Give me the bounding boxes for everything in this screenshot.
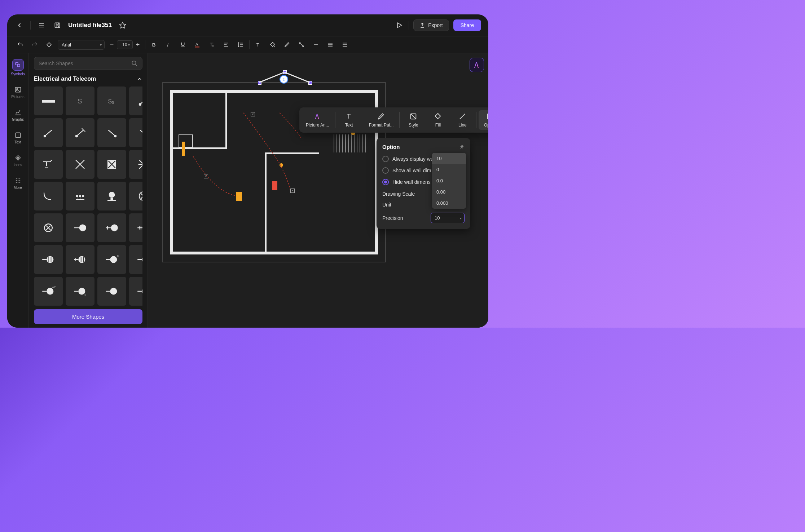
shape-s[interactable]: S xyxy=(66,87,94,115)
svg-point-15 xyxy=(16,178,17,179)
shape-circ-line3[interactable] xyxy=(129,213,142,242)
menu-button[interactable] xyxy=(36,20,47,30)
rail-more[interactable]: More xyxy=(9,176,27,191)
shape-circ-sm[interactable]: S xyxy=(66,277,94,306)
shape-x-circ2[interactable] xyxy=(34,213,63,242)
more-shapes-button[interactable]: More Shapes xyxy=(34,309,142,324)
line-style-button[interactable] xyxy=(310,39,322,50)
shape-bar[interactable] xyxy=(34,87,63,115)
brush-button[interactable] xyxy=(281,39,293,50)
fill-button[interactable] xyxy=(267,39,278,50)
align-button[interactable] xyxy=(220,39,232,50)
resize-handle[interactable]: ↕ xyxy=(280,75,288,84)
shape-s3[interactable]: S₃ xyxy=(97,87,126,115)
shape-plug-diag[interactable] xyxy=(66,118,94,147)
more-options-button[interactable] xyxy=(339,39,351,50)
rail-pictures[interactable]: Pictures xyxy=(9,85,27,100)
divider xyxy=(249,40,250,49)
connector-button[interactable] xyxy=(296,39,307,50)
shape-circ-d[interactable]: D xyxy=(129,245,142,274)
svg-text:S₃: S₃ xyxy=(108,98,114,105)
underline-button[interactable] xyxy=(177,39,189,50)
app-window: Untitled file351 Export Share xyxy=(7,14,488,328)
shape-circ-plain[interactable] xyxy=(97,277,126,306)
precision-select[interactable]: 10 xyxy=(431,213,465,223)
dropdown-option[interactable]: 10 xyxy=(432,153,466,164)
ft-fill[interactable]: Fill xyxy=(426,110,449,130)
wall xyxy=(171,91,377,93)
text-tool-button[interactable]: T xyxy=(252,39,264,50)
italic-button[interactable]: I xyxy=(163,39,174,50)
play-button[interactable] xyxy=(394,20,404,30)
shape-circ-plain2[interactable] xyxy=(129,277,142,306)
ft-style[interactable]: Style xyxy=(402,110,425,130)
pin-icon[interactable] xyxy=(459,145,465,150)
line-weight-button[interactable] xyxy=(325,39,336,50)
svg-point-23 xyxy=(19,182,20,183)
redo-button[interactable] xyxy=(29,39,40,50)
clear-format-button[interactable] xyxy=(206,39,217,50)
divider xyxy=(335,112,335,128)
shape-circ-bars[interactable] xyxy=(34,245,63,274)
search-shapes-box[interactable] xyxy=(34,57,142,70)
shape-curve[interactable] xyxy=(34,182,63,210)
shape-pins[interactable] xyxy=(66,182,94,210)
shape-circ-line[interactable] xyxy=(66,213,94,242)
favorite-button[interactable] xyxy=(118,20,128,30)
bold-button[interactable]: B xyxy=(148,39,160,50)
ai-assistant-badge[interactable] xyxy=(470,58,484,72)
font-size-input[interactable] xyxy=(117,40,133,49)
undo-button[interactable] xyxy=(14,39,26,50)
ft-format-painter[interactable]: Format Pai... xyxy=(365,110,397,130)
shape-x-circle[interactable] xyxy=(129,182,142,210)
svg-text:T: T xyxy=(347,112,351,120)
shape-circ-r[interactable]: R xyxy=(97,245,126,274)
unit-label: Unit xyxy=(382,202,391,208)
tag-button[interactable] xyxy=(43,39,55,50)
share-button[interactable]: Share xyxy=(453,19,481,31)
line-spacing-button[interactable] xyxy=(235,39,246,50)
divider xyxy=(476,112,476,128)
shape-circ-wp[interactable]: WP xyxy=(34,277,63,306)
dropdown-option[interactable]: 0 xyxy=(432,164,466,175)
shape-plug-r[interactable] xyxy=(97,118,126,147)
svg-point-14 xyxy=(17,157,18,158)
rail-symbols[interactable]: Symbols xyxy=(9,58,27,77)
ft-line[interactable]: Line xyxy=(451,110,474,130)
export-button[interactable]: Export xyxy=(413,19,449,31)
dropdown-option[interactable]: 0.000 xyxy=(432,198,466,209)
shape-bulb[interactable] xyxy=(97,182,126,210)
search-input[interactable] xyxy=(39,61,128,66)
rail-label: Pictures xyxy=(11,95,24,99)
rail-label: Symbols xyxy=(11,72,25,76)
document-title: Untitled file351 xyxy=(68,22,112,29)
shape-plug-l[interactable] xyxy=(34,118,63,147)
shape-faucet[interactable] xyxy=(34,150,63,179)
rail-icons[interactable]: Icons xyxy=(9,153,27,168)
font-family-select[interactable]: Arial xyxy=(58,40,105,50)
shape-dot-line[interactable] xyxy=(129,87,142,115)
category-header[interactable]: Electrical and Telecom xyxy=(34,76,142,82)
text-color-button[interactable]: A xyxy=(192,39,203,50)
canvas-area[interactable]: ↕ xyxy=(148,53,488,328)
shape-plug-r2[interactable] xyxy=(129,118,142,147)
rail-graphs[interactable]: Graphs xyxy=(9,107,27,123)
font-increase-button[interactable]: + xyxy=(133,40,142,49)
svg-point-50 xyxy=(139,192,142,200)
ft-text[interactable]: T Text xyxy=(338,110,361,130)
rail-text[interactable]: T Text xyxy=(9,130,27,146)
back-button[interactable] xyxy=(14,20,25,30)
shape-x[interactable] xyxy=(66,150,94,179)
shape-circ-bars2[interactable] xyxy=(66,245,94,274)
ft-picture-analysis[interactable]: Picture An... xyxy=(302,110,333,130)
shape-boxed-x[interactable] xyxy=(97,150,126,179)
dropdown-option[interactable]: 0.0 xyxy=(432,175,466,186)
font-decrease-button[interactable]: − xyxy=(107,40,116,49)
dropdown-option[interactable]: 0.00 xyxy=(432,186,466,198)
shape-circ-line2[interactable] xyxy=(97,213,126,242)
shape-x-bar[interactable] xyxy=(129,150,142,179)
svg-point-7 xyxy=(303,46,304,47)
ft-option[interactable]: Option xyxy=(479,110,488,130)
electrical-fixture xyxy=(182,142,185,156)
save-button[interactable] xyxy=(52,20,62,30)
